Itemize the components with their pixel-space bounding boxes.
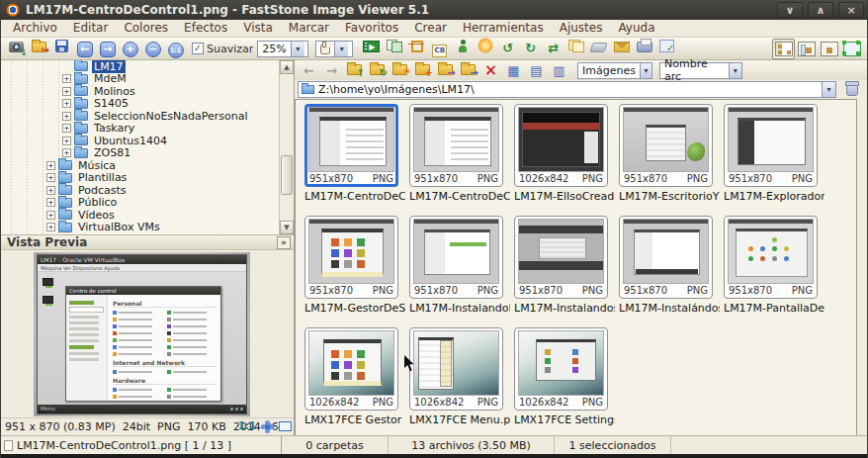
folder-up-button[interactable] (343, 60, 366, 79)
layout-browser-button[interactable] (772, 39, 795, 59)
thumbnail-card[interactable]: 951x870PNG (619, 216, 713, 299)
expand-icon[interactable]: + (46, 186, 55, 195)
delete-button[interactable]: × (479, 61, 502, 80)
rotate-left-button[interactable] (496, 38, 519, 58)
tree-item-musica[interactable]: +Música (1, 159, 294, 172)
expand-icon[interactable]: + (62, 112, 71, 121)
thumbnail-item-lm17m-instalandopr[interactable]: 951x870PNGLM17M-InstalandoPr... (409, 216, 514, 327)
expand-icon[interactable]: + (46, 173, 55, 182)
zoom-in-button[interactable] (119, 40, 141, 60)
thumbnail-item-lm17m-centrodecon[interactable]: 951x870PNGLM17M-CentroDeCon... (304, 104, 409, 216)
tree-item-ubuntus1404[interactable]: +Ubuntus1404 (1, 135, 294, 147)
expand-icon[interactable]: + (46, 223, 55, 231)
tree-item-podcasts[interactable]: +Podcasts (1, 184, 294, 197)
menu-marcar[interactable]: Marcar (281, 20, 337, 37)
menu-herramientas[interactable]: Herramientas (455, 20, 552, 37)
suavizar-checkbox[interactable]: ✓ (192, 43, 204, 54)
compare-button[interactable] (383, 36, 405, 56)
hand-tool-select[interactable]: ▾ (315, 41, 353, 57)
menu-ajustes[interactable]: Ajustes (552, 20, 611, 37)
scroll-up-button[interactable]: ▲ (280, 60, 294, 74)
thumbnail-card[interactable]: 951x870PNG (409, 104, 503, 187)
tree-item-plantillas[interactable]: +Plantillas (1, 172, 294, 185)
save-button[interactable] (50, 36, 73, 56)
sort-select[interactable]: Nombre arc ▾ (659, 62, 742, 79)
menu-efectos[interactable]: Efectos (176, 20, 235, 37)
thumbnail-item-lm17m-gestordesoft[interactable]: 951x870PNGLM17M-GestorDeSoft... (304, 216, 409, 327)
thumbnail-card[interactable]: 951x870PNG (724, 216, 818, 299)
tree-scrollbar[interactable]: ▲ ▼ (279, 60, 294, 234)
capture-button[interactable] (5, 37, 28, 57)
tree-item-mdem[interactable]: +MdeM (1, 73, 294, 86)
thumbnail-item-lm17m-pantalladebi[interactable]: 951x870PNGLM17M-PantallaDeBi... (724, 216, 828, 327)
open-button[interactable] (28, 37, 50, 57)
expand-icon[interactable]: + (62, 87, 71, 96)
menu-vista[interactable]: Vista (235, 20, 281, 37)
thumbnail-card[interactable]: 1026x842PNG (514, 104, 608, 187)
thumbnail-item-lm17m-instalandose[interactable]: 951x870PNGLM17M-Instalandose... (514, 216, 619, 327)
thumbnail-item-lm17m-elisocreadoc[interactable]: 1026x842PNGLM17M-ElIsoCreadoC... (514, 104, 619, 216)
expand-icon[interactable]: + (62, 124, 71, 133)
expand-icon[interactable]: + (62, 99, 71, 108)
email-button[interactable] (610, 37, 633, 57)
maximize-button[interactable]: ∧ (808, 2, 833, 18)
copy-move-button[interactable] (564, 36, 587, 56)
settings-flower-icon[interactable] (265, 424, 270, 429)
zoom-select[interactable]: 25% ▾ (257, 41, 308, 57)
move-to-button[interactable] (457, 60, 479, 79)
thumbnail-card[interactable]: 951x870PNG (304, 216, 398, 299)
thumbnail-item-lm17m-centrodecon[interactable]: 951x870PNGLM17M-CentroDeCon... (409, 104, 514, 216)
thumbnail-card[interactable]: 1026x842PNG (304, 327, 398, 411)
file-filter-select[interactable]: Imágenes ▾ (577, 62, 652, 79)
layout-viewer-button[interactable] (795, 39, 818, 59)
prev-button[interactable] (73, 40, 96, 60)
red-eye-button[interactable] (451, 36, 474, 56)
slideshow-button[interactable] (360, 37, 383, 57)
menu-colores[interactable]: Colores (116, 20, 176, 37)
clear-history-button[interactable] (840, 79, 863, 100)
expand-icon[interactable]: + (62, 74, 71, 83)
thumbnail-item-lmx17fce-settings-p[interactable]: 1026x842PNGLMX17FCE Settings.p... (514, 327, 619, 439)
expand-icon[interactable]: + (62, 137, 71, 145)
tree-item-lm17[interactable]: LM17 (1, 60, 294, 73)
adjust-colors-button[interactable] (428, 41, 451, 61)
print-button[interactable] (633, 37, 655, 57)
fit-window-icon[interactable] (279, 421, 292, 431)
crop-button[interactable] (405, 37, 428, 57)
rotate-right-button[interactable] (519, 38, 542, 58)
next-button[interactable] (96, 40, 119, 60)
scroll-down-button[interactable]: ▼ (280, 221, 294, 234)
menu-ayuda[interactable]: Ayuda (610, 20, 662, 37)
tree-item-seleccionnoesnadapersonal[interactable]: +SeleccionNoEsNadaPersonal (1, 110, 294, 123)
tree-item-publico[interactable]: +Público (1, 197, 294, 210)
thumbnail-item-lmx17fce-menu-png[interactable]: 1026x842PNGLMX17FCE Menu.png (409, 327, 514, 439)
scan-button[interactable] (587, 38, 610, 58)
zoom-out-button[interactable] (141, 40, 164, 60)
view-thumbnails-button[interactable]: ▦ (502, 61, 525, 80)
scrollbar-thumb[interactable] (281, 155, 293, 195)
settings-button[interactable] (655, 36, 678, 56)
enhance-button[interactable] (474, 36, 496, 56)
copy-to-button[interactable] (434, 60, 457, 79)
collapse-preview-button[interactable]: » (277, 236, 291, 249)
thumbnail-item-lm17m-exploradorde[interactable]: 951x870PNGLM17M-ExploradorDe... (724, 104, 828, 216)
thumbnail-card[interactable]: 951x870PNG (514, 216, 608, 299)
layout-window-button[interactable] (818, 39, 840, 59)
tree-item-s1405[interactable]: +S1405 (1, 98, 294, 111)
expand-icon[interactable]: + (62, 148, 71, 157)
menu-editar[interactable]: Editar (65, 20, 117, 37)
thumbnail-item-lmx17fce-gestor-de[interactable]: 1026x842PNGLMX17FCE Gestor de ... (304, 327, 409, 439)
resize-button[interactable] (542, 38, 564, 58)
address-bar[interactable]: Z:\home\yo\Imágenes\LM17\ ▾ (298, 81, 836, 98)
tree-item-videos[interactable]: +Vídeos (1, 209, 294, 222)
folder-new-button[interactable] (411, 60, 434, 79)
tree-item-virtualbox-vms[interactable]: +VirtualBox VMs (1, 222, 294, 234)
forward-button[interactable]: → (320, 61, 343, 80)
expand-icon[interactable]: + (46, 211, 55, 220)
menu-crear[interactable]: Crear (406, 20, 455, 37)
view-list-button[interactable]: ▤ (525, 61, 548, 80)
folder-refresh-button[interactable] (366, 60, 389, 79)
menu-favoritos[interactable]: Favoritos (337, 20, 406, 37)
thumbnail-card[interactable]: 1026x842PNG (409, 327, 503, 411)
close-button[interactable]: × (838, 2, 864, 18)
